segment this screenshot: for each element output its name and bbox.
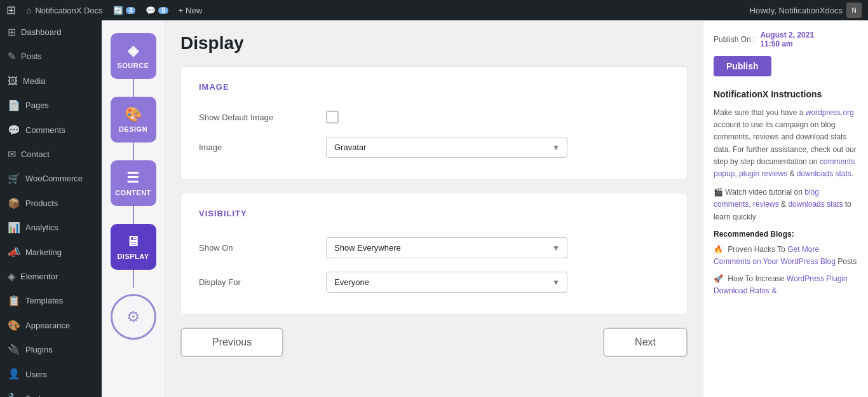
source-step-icon: ◈ — [128, 43, 139, 59]
comments-badge: 0 — [158, 7, 168, 14]
plugins-icon: 🔌 — [8, 343, 20, 357]
sidebar-item-comments[interactable]: 💬 Comments — [0, 118, 102, 143]
marketing-icon: 📣 — [8, 246, 20, 260]
sidebar-item-media[interactable]: 🖼 Media — [0, 69, 102, 94]
show-on-label: Show On — [199, 243, 313, 253]
content-step-label: CONTENT — [115, 189, 151, 197]
sidebar-label-dashboard: Dashboard — [21, 27, 62, 38]
instructions-text: Make sure that you have a wordpress.org … — [714, 107, 858, 180]
sidebar-item-pages[interactable]: 📄 Pages — [0, 94, 102, 118]
download-stats-video-link[interactable]: downloads stats — [788, 200, 843, 209]
sidebar-item-marketing[interactable]: 📣 Marketing — [0, 240, 102, 265]
sidebar-item-plugins[interactable]: 🔌 Plugins — [0, 338, 102, 362]
wizard-connector-1 — [133, 79, 134, 97]
next-button[interactable]: Next — [603, 328, 688, 357]
sidebar-item-products[interactable]: 📦 Products — [0, 192, 102, 216]
plugin-reviews-link[interactable]: plugin reviews — [739, 169, 787, 178]
wizard-step-content[interactable]: ☰ CONTENT — [111, 160, 156, 206]
image-section-card: IMAGE Show Default Image Image Gravatar … — [180, 66, 688, 180]
wordpress-org-link[interactable]: wordpress.org — [806, 108, 854, 117]
sidebar-item-posts[interactable]: ✎ Posts — [0, 45, 102, 69]
source-step-label: SOURCE — [117, 62, 149, 69]
show-default-image-control — [326, 111, 669, 123]
sidebar-label-templates: Templates — [25, 295, 63, 307]
updates-icon: 🔄 — [113, 6, 123, 15]
settings-step-icon: ⚙ — [126, 308, 140, 326]
image-label: Image — [199, 143, 313, 152]
visibility-section-card: VISIBILITY Show On Show Everywhere Show … — [180, 193, 688, 315]
sidebar-item-tools[interactable]: 🔧 Tools — [0, 387, 102, 397]
publish-date: August 2, 2021 11:50 am — [760, 31, 814, 48]
display-for-select-wrapper: Everyone Logged In Users Logged Out User… — [326, 272, 567, 293]
main-layout: ⊞ Dashboard ✎ Posts 🖼 Media 📄 Pages 💬 Co… — [0, 20, 868, 397]
house-icon: ⌂ — [26, 5, 31, 15]
content-step-icon: ☰ — [126, 170, 140, 186]
show-default-image-checkbox[interactable] — [326, 111, 339, 123]
updates-item[interactable]: 🔄 4 — [113, 6, 136, 15]
sidebar-label-media: Media — [23, 76, 45, 87]
image-select-wrapper: Gravatar Custom Image None ▼ — [326, 137, 567, 158]
sidebar: ⊞ Dashboard ✎ Posts 🖼 Media 📄 Pages 💬 Co… — [0, 20, 102, 397]
sidebar-label-elementor: Elementor — [20, 271, 58, 282]
publish-button[interactable]: Publish — [714, 56, 771, 76]
new-item[interactable]: + New — [179, 6, 202, 15]
publish-on-label: Publish On : — [714, 35, 755, 44]
wp-logo-icon[interactable]: ⊞ — [6, 3, 16, 17]
products-icon: 📦 — [8, 197, 20, 211]
sidebar-item-elementor[interactable]: ◈ Elementor — [0, 265, 102, 289]
sidebar-label-tools: Tools — [25, 393, 44, 397]
wizard-steps: ◈ SOURCE 🎨 DESIGN ☰ CONTENT 🖥 DISPLAY — [102, 20, 165, 397]
wizard-step-source[interactable]: ◈ SOURCE — [111, 33, 156, 79]
sidebar-label-contact: Contact — [21, 149, 50, 160]
contact-icon: ✉ — [8, 148, 16, 162]
sidebar-item-appearance[interactable]: 🎨 Appearance — [0, 314, 102, 338]
sidebar-item-users[interactable]: 👤 Users — [0, 362, 102, 386]
sidebar-item-contact[interactable]: ✉ Contact — [0, 143, 102, 167]
display-for-select[interactable]: Everyone Logged In Users Logged Out User… — [326, 272, 567, 293]
image-row: Image Gravatar Custom Image None ▼ — [199, 130, 669, 164]
nav-buttons: Previous Next — [180, 328, 688, 357]
instructions-section: NotificationX Instructions Make sure tha… — [714, 89, 858, 297]
site-name[interactable]: ⌂ NotificationX Docs — [26, 5, 103, 15]
sidebar-item-woocommerce[interactable]: 🛒 WooCommerce — [0, 167, 102, 191]
display-for-control: Everyone Logged In Users Logged Out User… — [326, 272, 669, 293]
wp-plugin-download-link[interactable]: WordPress Plugin Download Rates & — [714, 274, 848, 295]
wizard-step-settings[interactable]: ⚙ — [111, 294, 156, 340]
sidebar-label-posts: Posts — [21, 51, 42, 62]
sidebar-item-analytics[interactable]: 📊 Analytics — [0, 216, 102, 240]
sidebar-label-analytics: Analytics — [25, 222, 58, 233]
sidebar-label-appearance: Appearance — [25, 320, 70, 331]
new-label: + New — [179, 6, 202, 15]
wizard-step-display[interactable]: 🖥 DISPLAY — [111, 224, 156, 270]
sidebar-label-products: Products — [25, 198, 58, 209]
site-name-label: NotificationX Docs — [35, 6, 102, 15]
previous-button[interactable]: Previous — [180, 328, 283, 357]
sidebar-item-dashboard[interactable]: ⊞ Dashboard — [0, 20, 102, 45]
wizard-connector-4 — [133, 270, 134, 288]
design-step-icon: 🎨 — [125, 106, 142, 123]
wizard-connector-2 — [133, 143, 134, 160]
show-default-image-row: Show Default Image — [199, 104, 669, 130]
sidebar-label-users: Users — [25, 369, 47, 380]
image-select[interactable]: Gravatar Custom Image None — [326, 137, 567, 158]
wizard-step-design[interactable]: 🎨 DESIGN — [111, 97, 156, 143]
templates-icon: 📋 — [8, 294, 20, 308]
woo-icon: 🛒 — [8, 172, 20, 186]
show-on-select[interactable]: Show Everywhere Show on Homepage Show on… — [326, 237, 567, 258]
comments-item[interactable]: 💬 0 — [146, 6, 168, 15]
sidebar-label-comments: Comments — [25, 125, 65, 136]
sidebar-item-templates[interactable]: 📋 Templates — [0, 289, 102, 313]
users-icon: 👤 — [8, 367, 20, 381]
publish-date-value: August 2, 2021 — [760, 31, 814, 39]
get-more-comments-link[interactable]: Get More Comments on Your WordPress Blog — [714, 245, 836, 266]
downloads-stats-link[interactable]: downloads stats — [797, 169, 851, 178]
reviews-link[interactable]: reviews — [753, 200, 779, 209]
comments-menu-icon: 💬 — [8, 123, 20, 137]
sidebar-label-woo: WooCommerce — [25, 173, 83, 185]
show-on-select-wrapper: Show Everywhere Show on Homepage Show on… — [326, 237, 567, 258]
avatar[interactable]: N — [846, 3, 862, 18]
show-default-image-label: Show Default Image — [199, 113, 313, 122]
show-on-control: Show Everywhere Show on Homepage Show on… — [326, 237, 669, 258]
howdy-label: Howdy, NotificationXdocs — [750, 6, 843, 15]
display-step-label: DISPLAY — [117, 253, 149, 260]
